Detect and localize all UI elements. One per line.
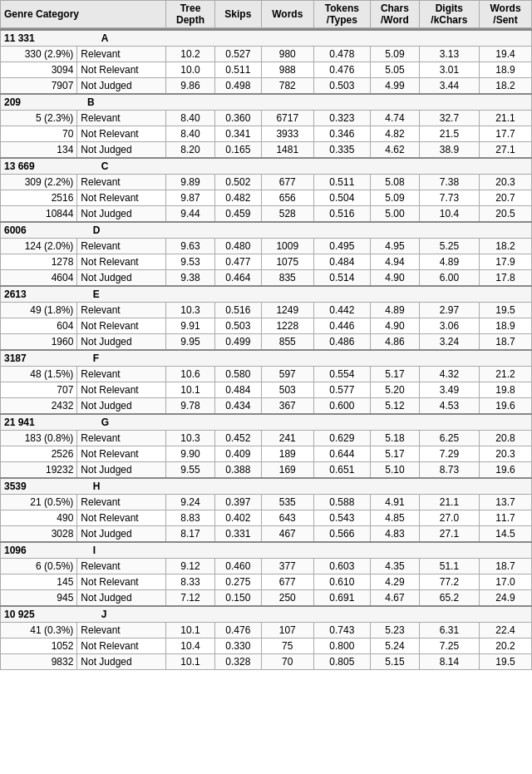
- table-cell: Not Relevant: [77, 254, 166, 269]
- table-cell: 490: [1, 510, 77, 525]
- table-cell: 5.23: [371, 622, 420, 638]
- table-cell: 11.7: [480, 510, 532, 525]
- table-cell: 0.476: [313, 62, 370, 77]
- table-cell: Not Relevant: [77, 62, 166, 77]
- table-cell: 782: [261, 77, 313, 94]
- table-cell: Relevant: [77, 622, 166, 638]
- table-cell: 4.95: [371, 238, 420, 254]
- table-cell: 0.323: [313, 110, 370, 126]
- table-cell: 20.8: [480, 430, 532, 446]
- table-row: 10844Not Judged9.440.4595280.5165.0010.4…: [1, 205, 532, 222]
- table-cell: 7.12: [166, 589, 215, 606]
- table-cell: 4.99: [371, 77, 420, 94]
- table-cell: 145: [1, 574, 77, 589]
- table-cell: 4604: [1, 269, 77, 286]
- table-cell: 0.388: [214, 461, 261, 478]
- table-cell: 8.40: [166, 110, 215, 126]
- section-header-cell: 3187F: [1, 350, 532, 367]
- table-cell: 18.2: [480, 77, 532, 94]
- table-cell: 0.480: [214, 238, 261, 254]
- table-cell: 32.7: [419, 110, 479, 126]
- table-cell: 19.5: [480, 653, 532, 669]
- table-cell: 4.62: [371, 141, 420, 158]
- table-cell: 0.331: [214, 525, 261, 542]
- table-cell: 0.484: [214, 382, 261, 397]
- table-cell: 2526: [1, 446, 77, 461]
- table-cell: 9832: [1, 653, 77, 669]
- table-cell: 8.17: [166, 525, 215, 542]
- section-header-row: 11 331A: [1, 30, 532, 47]
- table-cell: 0.150: [214, 589, 261, 606]
- table-cell: 0.335: [313, 141, 370, 158]
- table-cell: 503: [261, 382, 313, 397]
- table-cell: 48 (1.5%): [1, 366, 77, 382]
- table-cell: Not Relevant: [77, 638, 166, 653]
- table-cell: 8.83: [166, 510, 215, 525]
- table-cell: 0.482: [214, 190, 261, 205]
- table-cell: 9.89: [166, 174, 215, 190]
- table-cell: 10.2: [166, 46, 215, 62]
- table-cell: Not Relevant: [77, 318, 166, 333]
- table-cell: 6717: [261, 110, 313, 126]
- table-cell: 5.15: [371, 653, 420, 669]
- table-cell: 24.9: [480, 589, 532, 606]
- table-cell: 0.328: [214, 653, 261, 669]
- table-row: 48 (1.5%)Relevant10.60.5805970.5545.174.…: [1, 366, 532, 382]
- table-cell: 945: [1, 589, 77, 606]
- table-cell: 0.743: [313, 622, 370, 638]
- table-cell: 1278: [1, 254, 77, 269]
- table-cell: 5.05: [371, 62, 420, 77]
- table-cell: 0.580: [214, 366, 261, 382]
- table-cell: 10.1: [166, 382, 215, 397]
- table-cell: 4.90: [371, 269, 420, 286]
- table-cell: 4.83: [371, 525, 420, 542]
- table-cell: 4.74: [371, 110, 420, 126]
- table-cell: 0.502: [214, 174, 261, 190]
- table-cell: 3933: [261, 126, 313, 141]
- table-cell: 677: [261, 174, 313, 190]
- table-cell: 10844: [1, 205, 77, 222]
- section-header-cell: 3539H: [1, 478, 532, 495]
- table-cell: 21.1: [419, 494, 479, 510]
- section-header-cell: 2613E: [1, 286, 532, 303]
- section-header-cell: 11 331A: [1, 30, 532, 47]
- table-cell: 1228: [261, 318, 313, 333]
- table-cell: 0.504: [313, 190, 370, 205]
- table-cell: 0.459: [214, 205, 261, 222]
- table-cell: 0.644: [313, 446, 370, 461]
- col-skips: Skips: [214, 1, 261, 28]
- table-cell: 18.7: [480, 333, 532, 350]
- table-cell: 0.330: [214, 638, 261, 653]
- table-cell: 183 (0.8%): [1, 430, 77, 446]
- table-cell: 18.2: [480, 238, 532, 254]
- table-cell: 0.511: [313, 174, 370, 190]
- table-cell: 0.476: [214, 622, 261, 638]
- table-cell: 5.12: [371, 397, 420, 414]
- table-cell: 70: [1, 126, 77, 141]
- table-cell: 124 (2.0%): [1, 238, 77, 254]
- table-row: 2432Not Judged9.780.4343670.6005.124.531…: [1, 397, 532, 414]
- table-cell: 9.55: [166, 461, 215, 478]
- table-cell: 41 (0.3%): [1, 622, 77, 638]
- table-cell: 367: [261, 397, 313, 414]
- table-cell: 7.29: [419, 446, 479, 461]
- table-cell: 17.0: [480, 574, 532, 589]
- table-cell: 0.514: [313, 269, 370, 286]
- table-cell: 189: [261, 446, 313, 461]
- table-cell: 855: [261, 333, 313, 350]
- table-cell: 330 (2.9%): [1, 46, 77, 62]
- table-cell: Not Relevant: [77, 126, 166, 141]
- section-header-row: 1096I: [1, 542, 532, 559]
- table-row: 145Not Relevant8.330.2756770.6104.2977.2…: [1, 574, 532, 589]
- table-cell: Relevant: [77, 46, 166, 62]
- col-tokens: Tokens/Types: [313, 1, 370, 28]
- table-cell: 7.25: [419, 638, 479, 653]
- col-tree-depth: TreeDepth: [166, 1, 215, 28]
- table-cell: 1249: [261, 302, 313, 318]
- table-cell: 9.95: [166, 333, 215, 350]
- data-table: Genre Category TreeDepth Skips Words Tok…: [0, 0, 532, 670]
- table-cell: 1960: [1, 333, 77, 350]
- table-cell: 27.1: [419, 525, 479, 542]
- table-cell: 0.464: [214, 269, 261, 286]
- table-cell: 0.805: [313, 653, 370, 669]
